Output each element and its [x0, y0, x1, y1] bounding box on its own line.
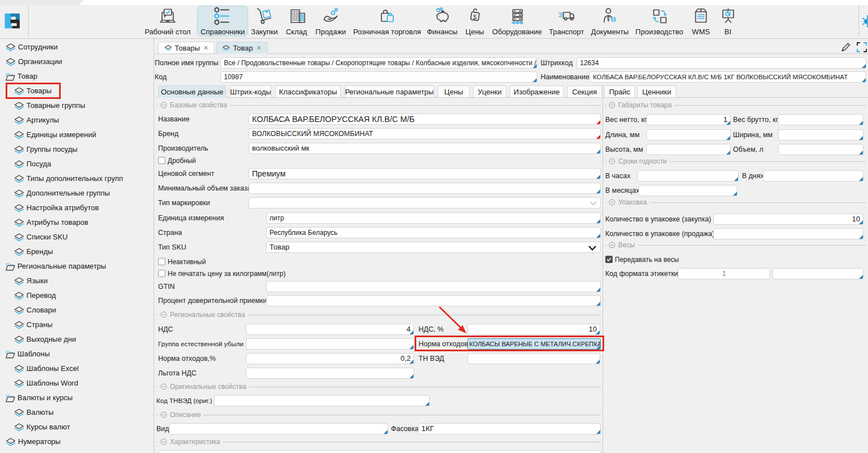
svg-text:$: $ [473, 13, 477, 20]
